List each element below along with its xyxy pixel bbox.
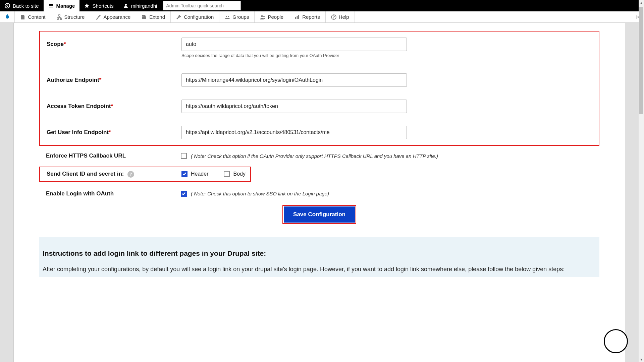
nav-people[interactable]: People xyxy=(255,11,289,22)
user-icon xyxy=(123,3,128,8)
svg-rect-4 xyxy=(60,18,62,19)
access-token-endpoint-input[interactable] xyxy=(181,100,407,113)
shortcuts-menu[interactable]: Shortcuts xyxy=(79,0,118,11)
header-checkbox-label: Header xyxy=(191,171,208,177)
vertical-scrollbar[interactable]: ▲ ▼ xyxy=(639,0,644,362)
scope-label: Scope* xyxy=(47,38,181,48)
svg-rect-3 xyxy=(57,18,58,19)
nav-groups[interactable]: Groups xyxy=(219,11,255,22)
help-icon xyxy=(331,14,336,20)
hamburger-icon xyxy=(48,3,54,8)
enforce-https-checkbox[interactable] xyxy=(181,153,187,159)
help-tooltip-icon[interactable]: ? xyxy=(127,171,134,178)
authorize-endpoint-input[interactable] xyxy=(181,73,407,87)
paintbrush-icon xyxy=(96,14,101,20)
svg-point-1 xyxy=(125,4,127,6)
username-label: mihirgandhi xyxy=(131,3,157,9)
enforce-https-label: Enforce HTTPS Callback URL xyxy=(46,153,181,159)
body-checkbox[interactable] xyxy=(224,171,230,177)
highlighted-endpoints-group: Scope* Scope decides the range of data t… xyxy=(39,31,599,146)
people-icon xyxy=(260,14,265,20)
admin-search-input[interactable] xyxy=(163,1,241,10)
enable-login-checkbox[interactable] xyxy=(181,191,187,197)
send-clientid-label: Send Client ID and secret in: ? xyxy=(47,171,181,178)
authorize-endpoint-label: Authorize Endpoint* xyxy=(47,77,181,83)
nav-extend[interactable]: Extend xyxy=(136,11,171,22)
nav-appearance[interactable]: Appearance xyxy=(90,11,136,22)
instructions-panel: Instructions to add login link to differ… xyxy=(39,237,599,278)
svg-point-7 xyxy=(261,15,263,17)
svg-point-5 xyxy=(226,16,227,17)
enable-login-label: Enable Login with OAuth xyxy=(46,190,181,197)
highlighted-send-clientid-group: Send Client ID and secret in: ? Header B… xyxy=(39,167,251,182)
manage-toggle[interactable]: Manage xyxy=(44,0,80,11)
nav-content[interactable]: Content xyxy=(15,11,51,22)
groups-icon xyxy=(225,14,230,20)
admin-search-wrapper xyxy=(163,0,241,11)
arrow-left-icon xyxy=(5,3,10,8)
chart-icon xyxy=(294,14,300,20)
nav-reports[interactable]: Reports xyxy=(289,11,326,22)
back-to-site[interactable]: Back to site xyxy=(0,0,44,11)
file-icon xyxy=(20,14,25,20)
instructions-heading: Instructions to add login link to differ… xyxy=(43,249,596,257)
scope-help-text: Scope decides the range of data that you… xyxy=(181,53,592,58)
scroll-up-icon[interactable]: ▲ xyxy=(639,0,644,5)
instructions-body: After completing your configurations, by… xyxy=(43,265,596,274)
nav-configuration[interactable]: Configuration xyxy=(171,11,219,22)
nav-help[interactable]: Help xyxy=(326,11,355,22)
svg-rect-11 xyxy=(298,15,299,19)
structure-icon xyxy=(57,14,62,20)
drupal-icon xyxy=(4,13,11,21)
svg-point-13 xyxy=(333,18,334,18)
userinfo-endpoint-label: Get User Info Endpoint* xyxy=(47,129,181,136)
svg-rect-9 xyxy=(295,17,296,19)
svg-rect-2 xyxy=(59,15,60,16)
shortcuts-label: Shortcuts xyxy=(92,3,113,9)
header-checkbox[interactable] xyxy=(181,171,187,177)
body-checkbox-label: Body xyxy=(233,171,245,177)
access-token-endpoint-label: Access Token Endpoint* xyxy=(47,103,181,110)
save-configuration-button[interactable]: Save Configuration xyxy=(284,206,355,223)
scroll-thumb[interactable] xyxy=(639,7,643,114)
user-menu[interactable]: mihirgandhi xyxy=(118,0,162,11)
enforce-https-note: ( Note: Check this option if the OAuth P… xyxy=(191,153,438,159)
star-icon xyxy=(84,3,90,8)
svg-point-8 xyxy=(263,16,265,17)
svg-point-6 xyxy=(228,16,229,17)
scope-input[interactable] xyxy=(181,38,407,51)
manage-label: Manage xyxy=(56,3,75,9)
scroll-down-icon[interactable]: ▼ xyxy=(639,357,644,362)
puzzle-icon xyxy=(142,14,147,20)
svg-point-0 xyxy=(5,3,10,8)
drupal-home[interactable] xyxy=(0,11,15,22)
admin-toolbar: Content Structure Appearance Extend Conf… xyxy=(0,11,644,23)
enable-login-note: ( Note: Check this option to show SSO li… xyxy=(191,191,329,196)
chat-widget-button[interactable] xyxy=(604,329,628,353)
userinfo-endpoint-input[interactable] xyxy=(181,126,407,139)
back-to-site-label: Back to site xyxy=(13,3,39,9)
wrench-icon xyxy=(176,14,181,20)
nav-structure[interactable]: Structure xyxy=(51,11,91,22)
svg-rect-10 xyxy=(297,16,298,19)
